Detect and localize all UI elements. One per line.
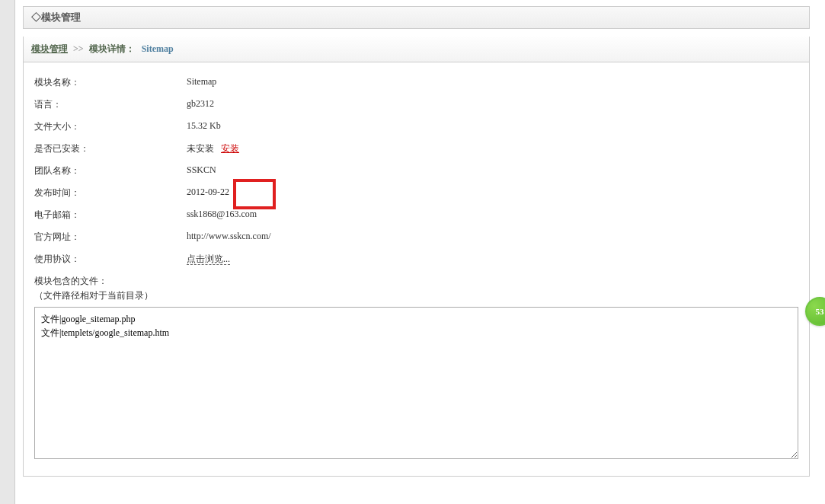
page-title: 模块管理	[41, 11, 81, 23]
license-browse-link[interactable]: 点击浏览...	[187, 254, 230, 265]
field-website: 官方网址： http://www.sskcn.com/	[34, 226, 798, 248]
field-license: 使用协议： 点击浏览...	[34, 248, 798, 270]
label-team-name: 团队名称：	[34, 164, 187, 177]
field-publish-time: 发布时间： 2012-09-22	[34, 182, 798, 204]
floating-badge-text: 53	[816, 307, 824, 316]
label-license: 使用协议：	[34, 253, 187, 266]
label-files-included: 模块包含的文件：	[34, 270, 798, 289]
label-publish-time: 发布时间：	[34, 187, 187, 199]
title-bar: ◇模块管理	[23, 6, 810, 29]
breadcrumb-separator: >>	[73, 43, 84, 54]
field-language: 语言： gb2312	[34, 94, 798, 116]
label-email: 电子邮箱：	[34, 209, 187, 222]
install-status-text: 未安装	[187, 143, 214, 154]
breadcrumb: 模块管理 >> 模块详情： Sitemap	[23, 37, 810, 62]
files-textarea[interactable]	[34, 307, 798, 459]
breadcrumb-current-label: 模块详情：	[89, 43, 135, 54]
value-website: http://www.sskcn.com/	[187, 231, 798, 244]
label-module-name: 模块名称：	[34, 76, 187, 89]
field-file-size: 文件大小： 15.32 Kb	[34, 116, 798, 138]
breadcrumb-current-value: Sitemap	[142, 43, 174, 54]
value-module-name: Sitemap	[187, 76, 798, 89]
install-link[interactable]: 安装	[221, 143, 239, 154]
value-license: 点击浏览...	[187, 253, 798, 266]
value-email: ssk1868@163.com	[187, 209, 798, 222]
field-email: 电子邮箱： ssk1868@163.com	[34, 204, 798, 226]
value-file-size: 15.32 Kb	[187, 120, 798, 133]
value-publish-time: 2012-09-22	[187, 187, 798, 199]
value-team-name: SSKCN	[187, 164, 798, 177]
label-installed: 是否已安装：	[34, 142, 187, 155]
title-diamond: ◇	[31, 11, 41, 23]
field-team-name: 团队名称： SSKCN	[34, 160, 798, 182]
label-language: 语言：	[34, 98, 187, 111]
left-sidebar-strip	[0, 0, 15, 477]
value-installed: 未安装 安装	[187, 142, 798, 155]
label-files-relative-note: （文件路径相对于当前目录）	[34, 289, 798, 307]
main-container: ◇模块管理 模块管理 >> 模块详情： Sitemap 模块名称： Sitema…	[23, 0, 810, 477]
field-module-name: 模块名称： Sitemap	[34, 72, 798, 94]
field-installed: 是否已安装： 未安装 安装	[34, 138, 798, 160]
breadcrumb-link-module-manage[interactable]: 模块管理	[31, 43, 68, 54]
value-language: gb2312	[187, 98, 798, 111]
content-box: 模块名称： Sitemap 语言： gb2312 文件大小： 15.32 Kb …	[23, 62, 810, 477]
label-website: 官方网址：	[34, 231, 187, 244]
label-file-size: 文件大小：	[34, 120, 187, 133]
